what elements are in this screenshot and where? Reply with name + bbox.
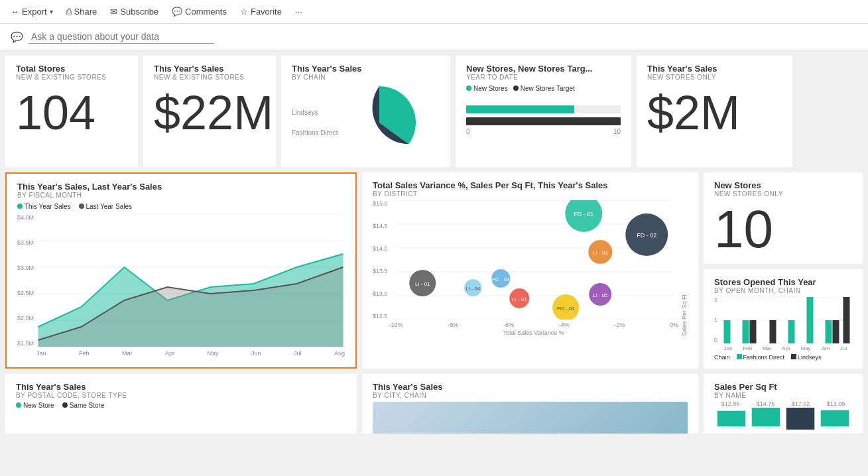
card-title: This Year's Sales [292,64,440,74]
card-subtitle: BY DISTRICT [373,190,688,198]
card-title: This Year's Sales [154,64,265,74]
card-title: Sales Per Sq Ft [714,382,852,392]
svg-text:LI - 05: LI - 05 [592,292,607,298]
card-new-stores: New Stores NEW STORES ONLY 10 [704,172,863,264]
card-title: New Stores [714,180,852,190]
card-subtitle: NEW STORES ONLY [647,74,782,81]
card-line-chart[interactable]: This Year's Sales, Last Year's Sales BY … [5,172,357,369]
card-title: Stores Opened This Year [714,277,852,287]
svg-rect-41 [826,320,832,343]
card-subtitle: BY POSTAL CODE, STORE TYPE [16,392,346,399]
pie-chart-labels: Lindseys Fashions Direct [292,109,338,137]
card-title: This Year's Sales, Last Year's Sales [17,182,345,192]
svg-text:LI - 03: LI - 03 [592,250,607,256]
svg-text:LI - 02: LI - 02 [511,296,527,302]
svg-rect-46 [786,408,815,430]
bubble-chart-svg: FD - 01 FD - 02 LI - 03 FD - 03 [389,200,678,320]
right-column: New Stores NEW STORES ONLY 10 Stores Ope… [704,172,863,369]
favorite-icon: ☆ [240,7,248,17]
card-sales-city: This Year's Sales BY CITY, CHAIN [362,374,698,434]
svg-rect-47 [821,410,849,427]
stores-opened-svg [719,297,852,343]
card-this-years-sales-kpi: This Year's Sales NEW & EXISTING STORES … [143,56,276,167]
svg-rect-36 [743,320,749,343]
share-icon: ⎙ [66,7,72,17]
card-subtitle: NEW STORES ONLY [714,190,852,198]
svg-rect-37 [750,320,757,343]
dashboard: Total Stores NEW & EXISTING STORES 104 T… [0,50,868,476]
svg-rect-43 [843,297,850,343]
svg-text:FD - 04: FD - 04 [556,306,574,312]
export-icon: ↔ [11,7,19,17]
card-value: $22M [154,89,265,137]
card-value: $2M [647,89,782,137]
svg-rect-42 [833,320,839,343]
share-button[interactable]: ⎙ Share [66,7,97,17]
svg-text:LI - 04: LI - 04 [465,286,479,292]
card-subtitle: BY NAME [714,392,852,399]
card-subtitle: BY FISCAL MONTH [17,192,345,199]
top-row: Total Stores NEW & EXISTING STORES 104 T… [5,56,863,167]
subscribe-button[interactable]: ✉ Subscribe [110,7,158,17]
svg-text:LI - 01: LI - 01 [414,281,430,287]
card-sales-postal: This Year's Sales BY POSTAL CODE, STORE … [5,374,357,434]
svg-text:FD - 01: FD - 01 [574,211,593,217]
svg-text:FD - 03: FD - 03 [491,276,509,282]
export-chevron-icon: ▾ [50,8,53,15]
card-subtitle: BY CITY, CHAIN [373,392,688,399]
qa-input[interactable] [29,30,214,44]
svg-rect-35 [724,320,731,343]
pie-chart [343,86,416,159]
new-stores-value: 10 [714,203,852,256]
favorite-button[interactable]: ☆ Favorite [240,7,282,17]
card-sales-by-chain: This Year's Sales BY CHAIN Lindseys Fash… [281,56,450,167]
more-button[interactable]: ··· [295,7,302,17]
sales-per-sqft-svg [714,407,852,430]
card-subtitle: YEAR TO DATE [466,74,621,81]
card-subtitle: NEW & EXISTING STORES [16,74,127,81]
card-title: Total Stores [16,64,127,74]
svg-text:FD - 02: FD - 02 [637,232,656,239]
card-title: New Stores, New Stores Targ... [466,64,621,74]
svg-rect-44 [717,411,746,427]
qa-icon: 💬 [11,31,23,43]
qa-bar: 💬 [0,24,868,50]
card-title: This Year's Sales [16,382,346,392]
card-sales-new-stores: This Year's Sales NEW STORES ONLY $2M [637,56,792,167]
subscribe-icon: ✉ [110,7,117,17]
svg-rect-40 [807,297,814,343]
bottom-row: This Year's Sales BY POSTAL CODE, STORE … [5,374,863,434]
card-value: 104 [16,89,127,137]
card-subtitle: BY CHAIN [292,74,440,81]
line-chart-svg [36,214,345,347]
comments-icon: 💬 [172,7,182,17]
export-button[interactable]: ↔ Export ▾ [11,7,53,17]
card-bubble-chart: Total Sales Variance %, Sales Per Sq Ft,… [362,172,698,369]
card-title: This Year's Sales [647,64,782,74]
card-total-stores: Total Stores NEW & EXISTING STORES 104 [5,56,138,167]
card-title: Total Sales Variance %, Sales Per Sq Ft,… [373,180,688,190]
card-sales-per-sqft: Sales Per Sq Ft BY NAME $12.86$14.75$17.… [704,374,863,434]
card-subtitle: NEW & EXISTING STORES [154,74,265,81]
card-title: This Year's Sales [373,382,688,392]
card-stores-opened: Stores Opened This Year BY OPEN MONTH, C… [704,269,863,369]
svg-rect-39 [788,320,795,343]
card-new-stores-target: New Stores, New Stores Targ... YEAR TO D… [456,56,631,167]
svg-rect-38 [770,320,776,343]
card-subtitle: BY OPEN MONTH, CHAIN [714,287,852,294]
second-row: This Year's Sales, Last Year's Sales BY … [5,172,863,369]
comments-button[interactable]: 💬 Comments [172,7,227,17]
toolbar: ↔ Export ▾ ⎙ Share ✉ Subscribe 💬 Comment… [0,0,868,24]
svg-rect-45 [752,408,780,426]
